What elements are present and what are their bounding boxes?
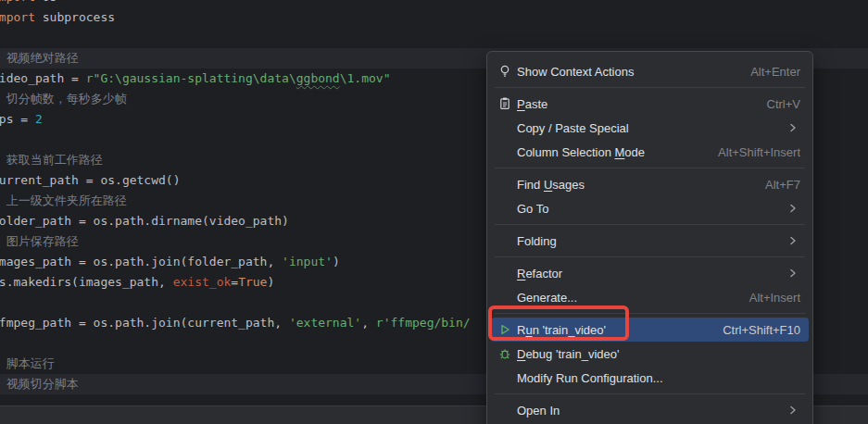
menu-item-label: Column Selection Mode [517, 145, 645, 159]
menu-item-label: Folding [517, 234, 557, 248]
menu-item-label: Show Context Actions [517, 65, 634, 79]
code-token: True [238, 275, 267, 289]
menu-item-label: Debug 'train_video' [517, 347, 619, 361]
menu-item-show-context-actions[interactable]: Show Context ActionsAlt+Enter [491, 59, 809, 83]
code-token: 2 [35, 112, 43, 126]
menu-item-column-selection-mode[interactable]: Column Selection ModeAlt+Shift+Insert [491, 140, 809, 164]
menu-item-shortcut: Ctrl+Shift+F10 [723, 323, 800, 337]
menu-icon-placeholder [497, 177, 512, 192]
menu-icon-placeholder [497, 266, 512, 281]
menu-item-label: Run 'train_video' [517, 323, 606, 337]
code-token: # 获取当前工作路径 [0, 153, 103, 167]
menu-item-label: Copy / Paste Special [517, 121, 629, 135]
menu-item-find-usages[interactable]: Find UsagesAlt+F7 [491, 172, 809, 196]
code-token: os.makedirs(images_path, [0, 275, 173, 289]
chevron-right-icon [786, 233, 800, 248]
code-line[interactable]: import os [0, 0, 868, 7]
code-token: 'external' [289, 316, 361, 330]
lightbulb-icon [497, 64, 512, 79]
menu-separator [487, 164, 812, 172]
code-token: ) [267, 275, 274, 289]
menu-item-debug-train-video[interactable]: Debug 'train_video' [491, 342, 809, 366]
code-token: current_path = os.getcwd() [0, 173, 181, 187]
code-token: 'input' [282, 255, 333, 268]
menu-item-shortcut: Ctrl+V [767, 97, 800, 111]
menu-separator [487, 220, 812, 229]
chevron-right-icon [786, 201, 800, 216]
menu-separator [487, 390, 812, 398]
menu-item-label: Modify Run Configuration... [517, 371, 663, 385]
context-menu: Show Context ActionsAlt+EnterPasteCtrl+V… [486, 51, 813, 424]
menu-item-open-in[interactable]: Open In [491, 398, 809, 422]
menu-icon-placeholder [497, 233, 512, 248]
code-token: = [231, 275, 238, 289]
menu-item-go-to[interactable]: Go To [491, 196, 809, 220]
menu-item-modify-run-configuration[interactable]: Modify Run Configuration... [491, 366, 809, 390]
menu-item-label: Refactor [517, 267, 562, 281]
menu-item-shortcut: Alt+F7 [765, 178, 800, 192]
menu-icon-placeholder [497, 403, 512, 418]
menu-item-label: Go To [517, 202, 548, 216]
code-token: import [0, 0, 35, 4]
code-token: # 视频切分脚本 [0, 377, 79, 391]
code-token: exist_ok [173, 275, 232, 289]
menu-item-refactor[interactable]: Refactor [491, 261, 809, 285]
code-token: subprocess [35, 10, 115, 24]
menu-icon-placeholder [497, 370, 512, 385]
menu-item-generate[interactable]: Generate...Alt+Insert [491, 285, 809, 309]
code-token: , [361, 316, 376, 330]
code-token: fps = [0, 112, 35, 126]
code-token: os [35, 0, 57, 4]
code-token: images_path = os.path.join(folder_path, [0, 255, 282, 268]
code-token: ffmpeg_path = os.path.join(current_path, [0, 316, 289, 330]
menu-item-copy-paste-special[interactable]: Copy / Paste Special [491, 116, 809, 140]
menu-item-folding[interactable]: Folding [491, 229, 809, 253]
chevron-right-icon [786, 266, 800, 281]
menu-icon-placeholder [497, 290, 512, 305]
menu-icon-placeholder [497, 120, 512, 135]
code-token: # 上一级文件夹所在路径 [0, 193, 127, 207]
menu-item-run-train-video[interactable]: Run 'train_video'Ctrl+Shift+F10 [491, 318, 809, 342]
run-icon [497, 322, 512, 337]
menu-item-shortcut: Alt+Shift+Insert [718, 145, 800, 159]
paste-icon [497, 96, 512, 111]
code-token: r"G:\gaussian-splatting\data\ [86, 71, 296, 85]
typo-word: ggbond [296, 71, 340, 85]
code-token: \1.mov" [340, 71, 391, 85]
code-token: # 视频绝对路径 [0, 51, 79, 65]
code-token: # 图片保存路径 [0, 234, 79, 248]
code-line[interactable] [0, 28, 868, 48]
code-token: import [0, 10, 35, 24]
code-line[interactable]: import subprocess [0, 7, 868, 28]
chevron-right-icon [786, 403, 800, 418]
menu-item-label: Find Usages [517, 178, 585, 192]
menu-item-paste[interactable]: PasteCtrl+V [491, 92, 809, 116]
menu-item-shortcut: Alt+Enter [750, 65, 800, 79]
debug-icon [497, 346, 512, 361]
menu-separator [487, 309, 812, 318]
menu-separator [487, 83, 812, 92]
code-token: r'ffmpeg/bin/ [376, 316, 471, 330]
menu-item-label: Open In [517, 404, 560, 418]
code-token: ) [333, 255, 340, 268]
menu-item-shortcut: Alt+Insert [749, 291, 800, 305]
menu-icon-placeholder [497, 144, 512, 159]
menu-item-label: Paste [517, 97, 547, 111]
code-token: # 脚本运行 [0, 356, 55, 370]
chevron-right-icon [786, 120, 800, 135]
code-token: video_path = [0, 71, 86, 85]
menu-icon-placeholder [497, 201, 512, 216]
menu-separator [487, 253, 812, 261]
menu-item-label: Generate... [517, 291, 577, 305]
code-token: # 切分帧数，每秒多少帧 [0, 92, 127, 106]
code-token: folder_path = os.path.dirname(video_path… [0, 214, 289, 228]
